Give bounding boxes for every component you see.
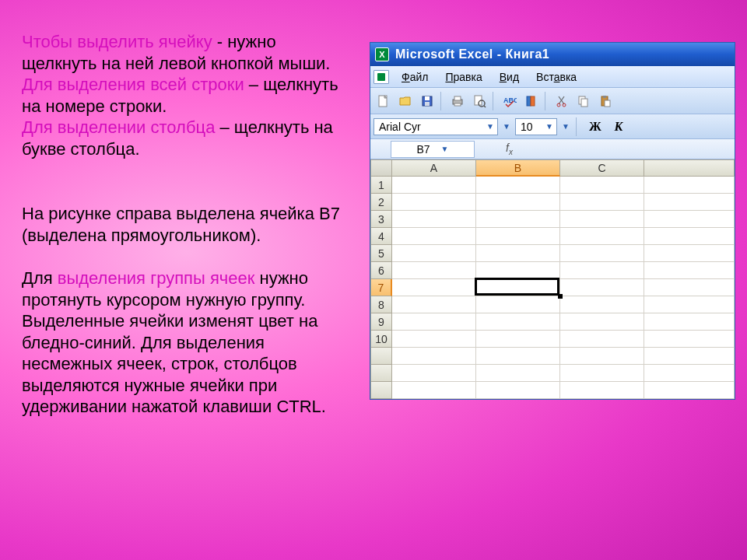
cell[interactable]	[644, 177, 735, 194]
row-header[interactable]	[370, 348, 392, 365]
cell[interactable]	[476, 211, 560, 228]
row-header[interactable]: 7	[370, 279, 392, 296]
cut-button[interactable]	[552, 91, 572, 111]
cell[interactable]	[392, 262, 476, 279]
select-all-corner[interactable]	[370, 159, 392, 177]
bold-button[interactable]: Ж	[586, 118, 605, 135]
cell[interactable]	[560, 313, 644, 331]
cell[interactable]	[644, 245, 735, 262]
fill-handle[interactable]	[558, 294, 563, 299]
cell[interactable]	[392, 313, 476, 331]
cell[interactable]	[644, 382, 735, 399]
cell[interactable]	[560, 331, 644, 348]
cell[interactable]	[392, 211, 476, 228]
font-size-combo[interactable]: 10 ▼	[515, 118, 557, 135]
cell[interactable]	[560, 365, 644, 382]
cell[interactable]	[560, 228, 644, 245]
paste-button[interactable]	[595, 91, 615, 111]
cell[interactable]	[560, 382, 644, 399]
cell[interactable]	[392, 194, 476, 211]
cell[interactable]	[392, 348, 476, 365]
cell[interactable]	[644, 279, 735, 296]
row-header[interactable]: 5	[370, 245, 392, 262]
print-preview-button[interactable]	[469, 91, 489, 111]
cell[interactable]	[644, 296, 735, 313]
cell[interactable]	[392, 177, 476, 194]
cell[interactable]	[560, 348, 644, 365]
menu-file[interactable]: Файл	[394, 68, 436, 86]
column-header[interactable]	[644, 159, 735, 177]
cell[interactable]	[560, 262, 644, 279]
cell[interactable]	[644, 262, 735, 279]
doc-icon[interactable]	[374, 70, 389, 84]
cell[interactable]	[644, 365, 735, 382]
fx-icon[interactable]: fx	[506, 142, 513, 156]
cell[interactable]	[644, 228, 735, 245]
menu-insert[interactable]: Вставка	[528, 68, 584, 86]
cell[interactable]	[392, 228, 476, 245]
cell[interactable]	[476, 382, 560, 399]
cell[interactable]	[560, 296, 644, 313]
row-header[interactable]: 6	[370, 262, 392, 279]
research-button[interactable]	[521, 91, 542, 111]
format-toolbar: Arial Cyr ▼ ▼ 10 ▼ ▼ Ж К	[370, 114, 735, 139]
row-header[interactable]: 4	[370, 228, 392, 245]
svg-rect-12	[531, 96, 535, 106]
cell[interactable]	[392, 245, 476, 262]
chevron-down-icon[interactable]: ▼	[562, 122, 570, 131]
cell[interactable]	[560, 245, 644, 262]
cell[interactable]	[644, 348, 735, 365]
cell[interactable]	[644, 194, 735, 211]
cell[interactable]	[392, 331, 476, 348]
cell[interactable]	[644, 313, 735, 331]
copy-button[interactable]	[573, 91, 594, 111]
cell[interactable]	[644, 331, 735, 348]
column-header[interactable]: A	[392, 159, 476, 177]
spelling-button[interactable]: ABC	[500, 91, 520, 111]
cell[interactable]	[476, 194, 560, 211]
row-header[interactable]	[370, 365, 392, 382]
cell[interactable]	[476, 348, 560, 365]
cell[interactable]	[476, 296, 560, 313]
cell[interactable]	[392, 279, 476, 296]
open-button[interactable]	[395, 91, 416, 111]
title-bar[interactable]: X Microsoft Excel - Книга1	[370, 43, 735, 66]
font-size-value: 10	[521, 121, 533, 133]
menu-edit[interactable]: Правка	[437, 68, 489, 86]
chevron-down-icon[interactable]: ▼	[503, 122, 510, 131]
name-box[interactable]: B7 ▼	[391, 141, 475, 158]
column-header[interactable]: C	[560, 159, 644, 177]
print-button[interactable]	[447, 91, 468, 111]
italic-button[interactable]: К	[609, 118, 628, 135]
cells-area[interactable]	[392, 177, 735, 399]
save-button[interactable]	[417, 91, 437, 111]
cell[interactable]	[476, 245, 560, 262]
cell[interactable]	[392, 365, 476, 382]
cell[interactable]	[476, 331, 560, 348]
row-header[interactable]	[370, 382, 392, 399]
row-header[interactable]: 10	[370, 331, 392, 348]
column-header[interactable]: B	[476, 159, 560, 177]
cell[interactable]	[476, 177, 560, 194]
highlight-row: Для выделения всей строки	[22, 75, 244, 94]
cell[interactable]	[476, 313, 560, 331]
cell[interactable]	[560, 194, 644, 211]
new-button[interactable]	[374, 91, 394, 111]
cell[interactable]	[644, 211, 735, 228]
menu-view[interactable]: Вид	[492, 68, 527, 86]
cell[interactable]	[476, 262, 560, 279]
cell[interactable]	[392, 382, 476, 399]
cell[interactable]	[560, 211, 644, 228]
row-header[interactable]: 8	[370, 296, 392, 313]
row-header[interactable]: 3	[370, 211, 392, 228]
row-header[interactable]: 1	[370, 177, 392, 194]
cell[interactable]	[476, 228, 560, 245]
cell[interactable]	[560, 177, 644, 194]
cell[interactable]	[476, 365, 560, 382]
row-header[interactable]: 9	[370, 313, 392, 331]
row-header[interactable]: 2	[370, 194, 392, 211]
cell[interactable]	[560, 279, 644, 296]
font-name-combo[interactable]: Arial Cyr ▼	[374, 118, 498, 135]
cell[interactable]	[476, 279, 560, 296]
cell[interactable]	[392, 296, 476, 313]
